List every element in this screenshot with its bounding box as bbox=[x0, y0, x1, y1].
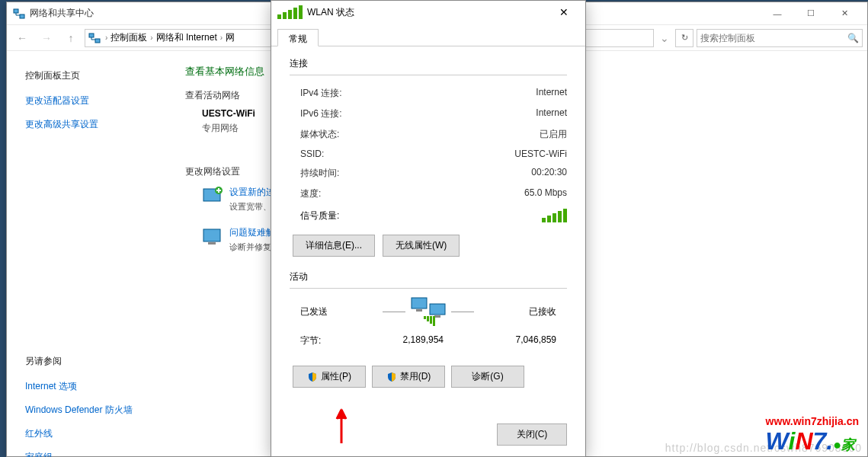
dialog-titlebar: WLAN 状态 ✕ bbox=[271, 1, 585, 24]
svg-rect-2 bbox=[89, 34, 94, 37]
svg-rect-9 bbox=[416, 309, 422, 312]
sent-label: 已发送 bbox=[300, 305, 328, 318]
bytes-label: 字节: bbox=[300, 334, 354, 347]
history-dropdown[interactable]: ⌄ bbox=[657, 28, 672, 48]
search-box[interactable]: 🔍 bbox=[697, 29, 863, 47]
media-value: 已启用 bbox=[540, 128, 567, 141]
chevron-right-icon: › bbox=[105, 34, 107, 42]
speed-label: 速度: bbox=[300, 187, 321, 200]
refresh-button[interactable]: ↻ bbox=[675, 29, 693, 47]
setup-connection-icon bbox=[202, 186, 223, 207]
ipv4-value: Internet bbox=[536, 87, 567, 100]
svg-rect-8 bbox=[412, 298, 427, 308]
watermark: www.win7zhijia.cn WiN7.●家 bbox=[766, 415, 859, 455]
see-also-defender[interactable]: Windows Defender 防火墙 bbox=[25, 404, 149, 417]
svg-rect-0 bbox=[14, 9, 18, 13]
network-icon bbox=[13, 8, 25, 20]
see-also-header: 另请参阅 bbox=[25, 355, 149, 368]
svg-rect-10 bbox=[430, 304, 445, 315]
troubleshoot-icon bbox=[202, 226, 223, 248]
wireless-properties-button[interactable]: 无线属性(W) bbox=[383, 235, 460, 257]
speed-value: 65.0 Mbps bbox=[524, 187, 567, 200]
svg-rect-13 bbox=[427, 316, 429, 321]
svg-rect-3 bbox=[95, 39, 100, 43]
minimize-button[interactable]: — bbox=[761, 2, 794, 25]
close-button[interactable]: ✕ bbox=[828, 2, 861, 25]
computers-icon bbox=[410, 296, 447, 327]
properties-button[interactable]: 属性(P) bbox=[293, 366, 366, 388]
sidebar: 控制面板主页 更改适配器设置 更改高级共享设置 另请参阅 Internet 选项… bbox=[7, 51, 167, 456]
received-label: 已接收 bbox=[529, 305, 556, 318]
dash-icon bbox=[451, 312, 474, 312]
activity-section-label: 活动 bbox=[290, 270, 567, 283]
window-controls: — ☐ ✕ bbox=[761, 2, 861, 25]
sidebar-link-sharing[interactable]: 更改高级共享设置 bbox=[25, 118, 149, 131]
duration-label: 持续时间: bbox=[300, 167, 339, 180]
signal-icon bbox=[277, 5, 303, 19]
signal-bars-icon bbox=[542, 209, 567, 222]
disable-button[interactable]: 禁用(D) bbox=[372, 366, 445, 388]
svg-rect-12 bbox=[424, 316, 426, 319]
divider bbox=[290, 288, 567, 289]
tab-general[interactable]: 常规 bbox=[277, 29, 319, 46]
duration-value: 00:20:30 bbox=[531, 167, 567, 180]
breadcrumb-segment[interactable]: 网 bbox=[226, 31, 235, 44]
svg-rect-14 bbox=[430, 316, 432, 324]
breadcrumb-segment[interactable]: 网络和 Internet bbox=[156, 31, 217, 44]
close-dialog-button[interactable]: 关闭(C) bbox=[497, 423, 567, 446]
disable-button-label: 禁用(D) bbox=[400, 370, 431, 383]
dialog-title: WLAN 状态 bbox=[307, 6, 549, 19]
bytes-received-value: 7,046,859 bbox=[466, 334, 556, 347]
sidebar-link-adapters[interactable]: 更改适配器设置 bbox=[25, 94, 149, 107]
sidebar-header: 控制面板主页 bbox=[25, 69, 149, 82]
back-button[interactable]: ← bbox=[11, 28, 33, 48]
properties-button-label: 属性(P) bbox=[321, 370, 351, 383]
dash-icon bbox=[383, 312, 405, 312]
divider bbox=[290, 75, 567, 75]
svg-rect-6 bbox=[203, 229, 220, 241]
diagnose-button[interactable]: 诊断(G) bbox=[451, 366, 524, 388]
chevron-right-icon: › bbox=[220, 34, 223, 42]
maximize-button[interactable]: ☐ bbox=[794, 2, 828, 25]
media-label: 媒体状态: bbox=[300, 128, 339, 141]
details-button[interactable]: 详细信息(E)... bbox=[293, 235, 375, 257]
svg-rect-11 bbox=[434, 315, 440, 318]
forward-button[interactable]: → bbox=[36, 28, 57, 48]
dialog-body: 连接 IPv4 连接:Internet IPv6 连接:Internet 媒体状… bbox=[271, 46, 585, 456]
breadcrumb-segment[interactable]: 控制面板 bbox=[111, 31, 147, 44]
watermark-url: www.win7zhijia.cn bbox=[766, 415, 859, 427]
see-also-homegroup[interactable]: 家庭组 bbox=[25, 451, 149, 457]
ssid-label: SSID: bbox=[300, 149, 324, 159]
up-button[interactable]: ↑ bbox=[60, 28, 82, 48]
svg-rect-7 bbox=[208, 242, 216, 244]
search-input[interactable] bbox=[700, 33, 847, 43]
ipv4-label: IPv4 连接: bbox=[300, 87, 342, 100]
wlan-status-dialog: WLAN 状态 ✕ 常规 连接 IPv4 连接:Internet IPv6 连接… bbox=[271, 0, 586, 457]
shield-icon bbox=[307, 372, 318, 382]
chevron-right-icon: › bbox=[150, 34, 152, 42]
signal-quality-label: 信号质量: bbox=[300, 209, 339, 222]
bytes-sent-value: 2,189,954 bbox=[354, 334, 466, 347]
connection-section-label: 连接 bbox=[290, 57, 567, 70]
watermark-logo: WiN7.●家 bbox=[766, 427, 859, 455]
see-also-internet-options[interactable]: Internet 选项 bbox=[25, 380, 149, 393]
tab-strip: 常规 bbox=[271, 24, 585, 46]
breadcrumb-icon bbox=[88, 32, 101, 44]
ipv6-value: Internet bbox=[536, 107, 567, 120]
svg-rect-1 bbox=[20, 14, 24, 18]
search-icon: 🔍 bbox=[847, 33, 859, 43]
shield-icon bbox=[386, 372, 397, 382]
ipv6-label: IPv6 连接: bbox=[300, 107, 342, 120]
dialog-close-button[interactable]: ✕ bbox=[549, 6, 579, 18]
ssid-value: UESTC-WiFi bbox=[514, 149, 567, 159]
see-also-infrared[interactable]: 红外线 bbox=[25, 427, 149, 440]
svg-rect-15 bbox=[433, 316, 435, 326]
